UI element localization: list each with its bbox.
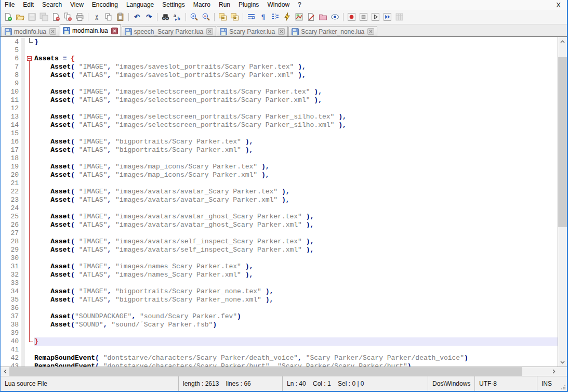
scroll-down-icon[interactable]	[558, 358, 567, 367]
fold-margin[interactable]	[25, 213, 34, 221]
macro-record-icon[interactable]	[346, 11, 358, 23]
bookmark-margin[interactable]	[21, 63, 25, 71]
bookmark-margin[interactable]	[21, 362, 25, 367]
bookmark-margin[interactable]	[21, 154, 25, 163]
fold-margin[interactable]	[25, 129, 34, 138]
fold-margin[interactable]	[25, 337, 34, 346]
code-text[interactable]: RemapSoundEvent( "dontstarve/characters/…	[34, 362, 558, 367]
fold-margin[interactable]	[25, 263, 34, 271]
code-line[interactable]: 21	[1, 179, 558, 188]
fold-margin[interactable]	[25, 196, 34, 204]
code-text[interactable]: Asset( "ATLAS", "bigportraits/Scary Park…	[34, 296, 558, 304]
code-line[interactable]: 19 Asset( "IMAGE", "images/map_icons/Sca…	[1, 163, 558, 171]
fold-margin[interactable]	[25, 346, 34, 354]
code-line[interactable]: 15	[1, 129, 558, 138]
fold-margin[interactable]	[25, 88, 34, 96]
code-line[interactable]: 30	[1, 254, 558, 263]
undo-icon[interactable]: ↶	[131, 11, 143, 23]
fold-margin[interactable]	[25, 138, 34, 146]
fold-margin[interactable]	[25, 63, 34, 71]
zoom-in-icon[interactable]	[188, 11, 200, 23]
vertical-scroll-thumb[interactable]	[558, 57, 567, 227]
code-line[interactable]: 34 Asset( "IMAGE", "bigportraits/Scary P…	[1, 288, 558, 296]
code-text[interactable]: }	[34, 337, 558, 346]
code-line[interactable]: 7 Asset( "IMAGE", "images/saveslot_portr…	[1, 63, 558, 71]
tab-modmain-lua[interactable]: modmain.lua	[60, 24, 121, 36]
code-line[interactable]: 17 Asset( "ATLAS", "bigportraits/Scary P…	[1, 146, 558, 154]
tab-close-icon[interactable]	[278, 28, 285, 35]
bookmark-margin[interactable]	[21, 246, 25, 254]
code-text[interactable]: Asset( "IMAGE", "images/avatars/avatar_S…	[34, 188, 558, 196]
close-file-icon[interactable]	[50, 11, 62, 23]
bookmark-margin[interactable]	[21, 288, 25, 296]
code-line[interactable]: 32 Asset( "ATLAS", "images/names_Scary P…	[1, 271, 558, 279]
fold-margin[interactable]	[25, 362, 34, 367]
code-text[interactable]	[34, 254, 558, 263]
fold-margin[interactable]	[25, 329, 34, 337]
show-all-characters-icon[interactable]: ¶	[257, 11, 269, 23]
bookmark-margin[interactable]	[21, 346, 25, 354]
scroll-up-icon[interactable]	[558, 37, 567, 46]
sync-horizontal-scrolling-icon[interactable]	[229, 11, 241, 23]
redo-icon[interactable]: ↷	[143, 11, 155, 23]
code-text[interactable]: Asset("SOUND", "sound/´Scary Parker.fsb"…	[34, 321, 558, 329]
fold-margin[interactable]	[25, 188, 34, 196]
fold-margin[interactable]	[25, 354, 34, 362]
code-line[interactable]: 38 Asset("SOUND", "sound/´Scary Parker.f…	[1, 321, 558, 329]
tab-modinfo-lua[interactable]: modinfo.lua	[2, 26, 59, 36]
print-icon[interactable]	[74, 11, 86, 23]
menu-item-encoding[interactable]: Encoding	[88, 0, 122, 10]
code-line[interactable]: 10 Asset( "IMAGE", "images/selectscreen_…	[1, 88, 558, 96]
fold-margin[interactable]	[25, 279, 34, 288]
menu-item-help[interactable]: ?	[294, 0, 306, 10]
code-line[interactable]: 29 Asset( "ATLAS", "images/avatars/self_…	[1, 246, 558, 254]
code-text[interactable]: Asset( "ATLAS", "bigportraits/Scary Park…	[34, 146, 558, 154]
bookmark-margin[interactable]	[21, 80, 25, 88]
code-text[interactable]: }	[34, 38, 558, 46]
code-line[interactable]: 4}	[1, 38, 558, 46]
zoom-out-icon[interactable]	[200, 11, 212, 23]
macro-play-icon[interactable]	[369, 11, 381, 23]
code-line[interactable]: 18	[1, 154, 558, 163]
code-line[interactable]: 33	[1, 279, 558, 288]
fold-margin[interactable]	[25, 288, 34, 296]
bookmark-margin[interactable]	[21, 354, 25, 362]
fold-margin[interactable]	[25, 246, 34, 254]
tab-scary-parker-none-lua[interactable]: Scary Parker_none.lua	[288, 26, 377, 36]
bookmark-margin[interactable]	[21, 55, 25, 63]
code-text[interactable]: Asset( "ATLAS", "images/map_icons/Scary …	[34, 171, 558, 179]
code-line[interactable]: 42RemapSoundEvent( "dontstarve/character…	[1, 354, 558, 362]
code-text[interactable]: Asset( "IMAGE", "images/names_Scary Park…	[34, 263, 558, 271]
code-text[interactable]	[34, 154, 558, 163]
code-text[interactable]	[34, 329, 558, 337]
bookmark-margin[interactable]	[21, 138, 25, 146]
menu-item-run[interactable]: Run	[215, 0, 234, 10]
code-line[interactable]: 11 Asset( "ATLAS", "images/selectscreen_…	[1, 96, 558, 104]
horizontal-scrollbar[interactable]	[1, 367, 567, 376]
bookmark-margin[interactable]	[21, 113, 25, 121]
bookmark-margin[interactable]	[21, 321, 25, 329]
code-text[interactable]: Asset( "ATLAS", "images/avatars/self_ins…	[34, 246, 558, 254]
menu-item-edit[interactable]: Edit	[19, 0, 38, 10]
code-text[interactable]: RemapSoundEvent( "dontstarve/characters/…	[34, 354, 558, 362]
fold-margin[interactable]	[25, 296, 34, 304]
save-all-icon[interactable]	[38, 11, 50, 23]
bookmark-margin[interactable]	[21, 312, 25, 321]
bookmark-margin[interactable]	[21, 38, 25, 46]
document-map-icon[interactable]	[293, 11, 305, 23]
bookmark-margin[interactable]	[21, 146, 25, 154]
save-icon[interactable]	[26, 11, 38, 23]
bookmark-margin[interactable]	[21, 279, 25, 288]
bookmark-margin[interactable]	[21, 229, 25, 238]
code-text[interactable]	[34, 46, 558, 55]
code-text[interactable]	[34, 179, 558, 188]
bookmark-margin[interactable]	[21, 329, 25, 337]
macro-save-icon[interactable]	[393, 11, 405, 23]
bookmark-margin[interactable]	[21, 238, 25, 246]
bookmark-margin[interactable]	[21, 188, 25, 196]
fold-margin[interactable]	[25, 271, 34, 279]
menu-item-settings[interactable]: Settings	[158, 0, 189, 10]
code-text[interactable]: Asset( "IMAGE", "images/map_icons/Scary …	[34, 163, 558, 171]
folder-as-workspace-icon[interactable]	[317, 11, 329, 23]
tab-close-icon[interactable]	[111, 28, 118, 34]
